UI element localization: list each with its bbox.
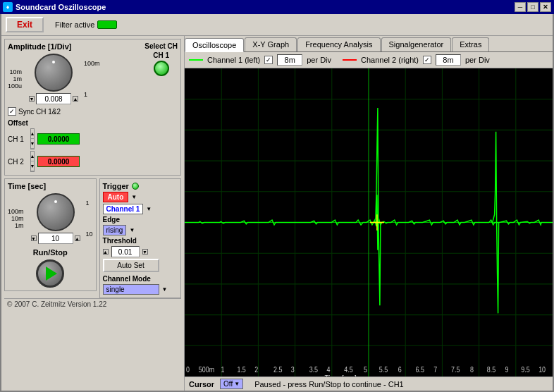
amplitude-left-labels: 10m 1m 100u [8,68,22,90]
select-ch-label: Select CH [144,42,178,50]
threshold-row: Threshold [103,237,178,245]
time-right-labels: 1 10 [86,200,93,238]
ch2-perdiv-value[interactable]: 8m [436,54,461,66]
amplitude-knob-area: 10m 1m 100u ▼ 0.008 [8,54,100,104]
svg-text:1: 1 [221,366,225,374]
amplitude-spin-down[interactable]: ▼ [29,96,35,102]
amplitude-value: 0.008 [36,93,71,104]
channel-mode-arrow[interactable]: ▼ [162,286,168,293]
offset-title: Offset [8,119,28,127]
trigger-channel-row: Channel 1 ▼ [103,204,178,214]
scope-screen: 0 500m 1 1.5 2 2.5 3 3.5 4 4.5 5 5.5 6 6… [185,68,553,376]
ch2-checkbox[interactable]: ✓ [423,56,431,64]
ch2-offset-spinbox[interactable]: ▲ ▼ [30,151,35,172]
content-area: Amplitude [1/Div] 10m 1m 100u [1,36,553,391]
ch2-spin-down[interactable]: ▼ [31,161,34,171]
filter-label: Filter active [55,20,94,29]
trigger-edge-select-row: rising ▼ [103,225,178,235]
cursor-value: Off [223,380,233,388]
svg-text:8: 8 [470,366,474,374]
time-knob[interactable] [37,193,75,231]
tab-oscilloscope[interactable]: Oscilloscope [185,38,244,52]
main-window: Exit Filter active Amplitude [1/Div] 10m… [0,14,554,392]
right-panel: Oscilloscope X-Y Graph Frequency Analysi… [185,36,553,391]
close-button[interactable]: ✕ [540,2,551,12]
cursor-select[interactable]: Off ▼ [220,379,243,389]
trigger-led [132,183,139,190]
app-title: Soundcard Oszilloscope [16,3,106,11]
titlebar: ♦ Soundcard Oszilloscope ─ □ ✕ [0,0,554,14]
sync-label: Sync CH 1&2 [18,108,61,116]
amplitude-title: Amplitude [1/Div] [8,42,100,51]
trigger-inner: Trigger Auto ▼ Channel 1 ▼ Edge [99,178,181,298]
ch1-spin-down[interactable]: ▼ [31,139,34,149]
ch1-spin-up[interactable]: ▲ [31,129,34,139]
svg-text:2: 2 [254,366,258,374]
edge-select[interactable]: rising [103,225,127,235]
status-text: Paused - press Run/Stop to continue - CH… [254,380,404,388]
tab-extras[interactable]: Extras [452,37,489,51]
svg-text:6: 6 [398,366,402,374]
auto-set-button[interactable]: Auto Set [103,259,159,272]
ch1-checkbox[interactable]: ✓ [264,56,273,64]
ch2-spin-up[interactable]: ▲ [31,152,34,161]
svg-text:9: 9 [505,366,509,374]
run-stop-button[interactable] [36,259,64,288]
maximize-button[interactable]: □ [527,2,538,12]
ch2-offset-row: CH 2 ▲ ▼ 0.0000 [8,151,178,172]
trigger-channel-arrow[interactable]: ▼ [146,206,152,212]
time-inner: Time [sec] 100m 10m 1m [4,178,97,291]
threshold-spin-up[interactable]: ▲ [103,249,109,255]
ch2-bar-label: Channel 2 (right) [361,56,419,64]
svg-text:500m: 500m [199,366,214,374]
bottom-bar: Cursor Off ▼ Paused - press Run/Stop to … [185,376,553,391]
tab-frequency-analysis[interactable]: Frequency Analysis [297,37,380,51]
ch1-select-label: CH 1 [153,51,169,59]
ch1-led[interactable] [154,61,169,76]
trigger-edge-row: Edge [103,216,178,223]
minimize-button[interactable]: ─ [515,2,526,12]
ch2-color-indicator [343,59,357,61]
copyright: © 2007 C. Zeitmitz Version 1.22 [4,298,181,310]
ch1-offset-spinbox[interactable]: ▲ ▼ [30,128,35,149]
threshold-spin-down[interactable]: ▼ [142,249,148,255]
amplitude-spin-up[interactable]: ▲ [73,96,78,102]
cursor-arrow: ▼ [234,381,240,387]
window-controls: ─ □ ✕ [515,2,551,12]
time-left-labels: 100m 10m 1m [8,208,24,229]
run-stop-label: Run/Stop [8,248,93,257]
trigger-mode-arrow[interactable]: ▼ [131,194,137,200]
trigger-section: Trigger Auto ▼ Channel 1 ▼ Edge [99,178,181,298]
exit-button[interactable]: Exit [6,17,44,32]
titlebar-icon: ♦ [3,2,13,12]
left-bottom: Time [sec] 100m 10m 1m [4,178,181,298]
time-spin-up[interactable]: ▲ [75,235,80,241]
trigger-auto-btn[interactable]: Auto [103,192,129,202]
time-knob-area: 100m 10m 1m ▼ 10 [8,193,93,244]
play-icon [46,267,57,281]
time-section: Time [sec] 100m 10m 1m [4,178,97,298]
tab-xy-graph[interactable]: X-Y Graph [245,37,297,51]
sync-checkbox[interactable]: ✓ [8,107,16,116]
svg-text:8.5: 8.5 [487,366,495,374]
ch1-perdiv-unit: per Div [307,56,331,64]
amplitude-knob[interactable] [35,54,73,92]
trigger-title: Trigger [103,182,129,190]
ch1-perdiv-value[interactable]: 8m [277,54,302,66]
threshold-value: 0.01 [111,246,140,257]
trigger-channel-btn[interactable]: Channel 1 [103,204,144,214]
top-bar: Exit Filter active [1,14,553,36]
tabs: Oscilloscope X-Y Graph Frequency Analysi… [185,36,553,52]
channel-mode-select[interactable]: single [103,284,159,295]
svg-text:0: 0 [186,366,190,374]
select-ch-area: Select CH CH 1 [144,42,178,76]
ch2-perdiv-unit: per Div [465,56,490,64]
trigger-header: Trigger [103,182,178,190]
offset-section: Offset CH 1 ▲ ▼ 0.0000 CH 2 ▲ ▼ [8,118,178,172]
svg-text:3: 3 [291,366,295,374]
tab-signalgenerator[interactable]: Signalgenerator [381,37,452,51]
svg-text:7: 7 [433,366,437,374]
svg-text:6.5: 6.5 [415,366,424,374]
time-spin-down[interactable]: ▼ [31,235,37,241]
edge-arrow[interactable]: ▼ [129,227,135,233]
